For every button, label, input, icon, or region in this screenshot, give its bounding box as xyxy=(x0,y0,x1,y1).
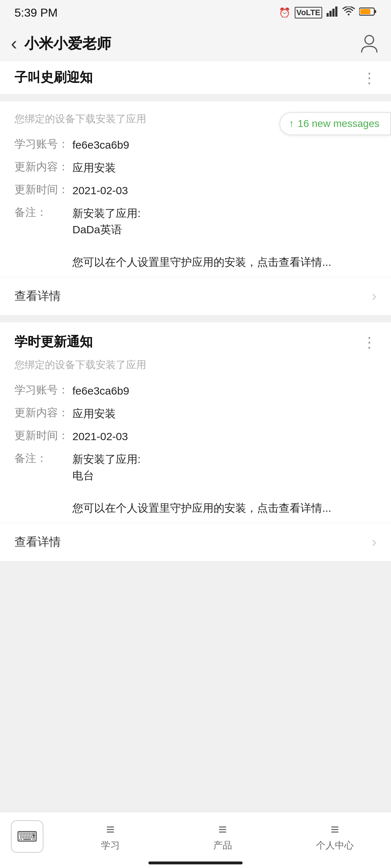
status-icons: ⏰ VoLTE xyxy=(279,7,377,19)
new-messages-text: 16 new messages xyxy=(298,118,379,129)
value-remark2: 新安装了应用: 电台 您可以在个人设置里守护应用的安装，点击查看详情... xyxy=(72,451,377,516)
chevron-right-icon-1: › xyxy=(372,288,377,304)
value-account2: fe6e3ca6b9 xyxy=(72,383,377,399)
content-area: 子叫史刷迎知 ⋮ ↑ 16 new messages 您绑定的设备下载安装了应用… xyxy=(0,61,391,626)
label-remark2: 备注： xyxy=(14,451,72,466)
value-update-time2: 2021-02-03 xyxy=(72,428,377,444)
notification-card-2: 学时更新通知 ⋮ 您绑定的设备下载安装了应用 学习账号： fe6e3ca6b9 … xyxy=(0,322,391,561)
partial-card-title: 子叫史刷迎知 xyxy=(14,69,93,86)
study-nav-label: 学习 xyxy=(101,839,120,852)
profile-nav-label: 个人中心 xyxy=(316,839,354,852)
label-account: 学习账号： xyxy=(14,137,72,152)
products-nav-label: 产品 xyxy=(213,839,232,852)
label-account2: 学习账号： xyxy=(14,383,72,397)
svg-rect-6 xyxy=(360,9,370,14)
svg-rect-2 xyxy=(332,9,335,17)
table-row: 更新内容： 应用安装 xyxy=(14,159,377,176)
view-detail-button-2[interactable]: 查看详情 › xyxy=(0,523,391,561)
back-button[interactable]: ‹ xyxy=(11,29,24,58)
page-title: 小米小爱老师 xyxy=(24,34,358,54)
bottom-nav: ⌨ ≡ 学习 ≡ 产品 ≡ 个人中心 xyxy=(0,812,391,868)
card2-header: 学时更新通知 ⋮ xyxy=(0,322,391,358)
label-update-content2: 更新内容： xyxy=(14,405,72,420)
svg-point-7 xyxy=(365,35,374,44)
keyboard-button[interactable]: ⌨ xyxy=(11,820,43,853)
table-row: 学习账号： fe6e3ca6b9 xyxy=(14,383,377,399)
table-row: 更新时间： 2021-02-03 xyxy=(14,428,377,444)
notification-card-1: ↑ 16 new messages 您绑定的设备下载安装了应用 学习账号： fe… xyxy=(0,101,391,315)
view-detail-label-2: 查看详情 xyxy=(14,534,61,550)
value-update-content2: 应用安装 xyxy=(72,405,377,422)
nav-item-profile[interactable]: ≡ 个人中心 xyxy=(279,821,391,852)
label-update-time2: 更新时间： xyxy=(14,428,72,443)
table-row: 备注： 新安装了应用: DaDa英语 您可以在个人设置里守护应用的安装，点击查看… xyxy=(14,205,377,270)
study-nav-icon: ≡ xyxy=(106,821,114,838)
svg-rect-1 xyxy=(329,11,332,17)
card2-info-table: 学习账号： fe6e3ca6b9 更新内容： 应用安装 更新时间： 2021-0… xyxy=(0,383,391,516)
partial-card-more-button[interactable]: ⋮ xyxy=(362,71,377,85)
nav-item-products[interactable]: ≡ 产品 xyxy=(167,821,279,852)
avatar-button[interactable] xyxy=(358,33,380,54)
card2-title: 学时更新通知 xyxy=(14,333,93,351)
nav-item-study[interactable]: ≡ 学习 xyxy=(54,821,167,852)
view-detail-button-1[interactable]: 查看详情 › xyxy=(0,277,391,315)
keyboard-icon: ⌨ xyxy=(17,828,38,845)
partial-notification-card: 子叫史刷迎知 ⋮ xyxy=(0,61,391,94)
value-update-time: 2021-02-03 xyxy=(72,182,377,199)
table-row: 更新内容： 应用安装 xyxy=(14,405,377,422)
value-update-content: 应用安装 xyxy=(72,159,377,176)
new-messages-badge[interactable]: ↑ 16 new messages xyxy=(279,112,391,135)
new-messages-up-icon: ↑ xyxy=(289,118,294,129)
svg-rect-3 xyxy=(335,7,337,17)
signal-icon xyxy=(327,7,338,19)
value-remark: 新安装了应用: DaDa英语 您可以在个人设置里守护应用的安装，点击查看详情..… xyxy=(72,205,377,270)
card2-more-button[interactable]: ⋮ xyxy=(362,335,377,349)
label-remark: 备注： xyxy=(14,205,72,220)
chevron-right-icon-2: › xyxy=(372,534,377,550)
wifi-icon xyxy=(342,7,355,19)
battery-icon xyxy=(359,7,377,19)
partial-card-header: 子叫史刷迎知 ⋮ xyxy=(0,61,391,92)
svg-rect-5 xyxy=(374,10,376,13)
table-row: 备注： 新安装了应用: 电台 您可以在个人设置里守护应用的安装，点击查看详情..… xyxy=(14,451,377,516)
products-nav-icon: ≡ xyxy=(218,821,227,838)
view-detail-label-1: 查看详情 xyxy=(14,288,61,304)
nav-bar: ‹ 小米小爱老师 xyxy=(0,25,391,61)
home-indicator xyxy=(148,861,243,864)
value-account: fe6e3ca6b9 xyxy=(72,137,377,153)
table-row: 学习账号： fe6e3ca6b9 xyxy=(14,137,377,153)
svg-rect-0 xyxy=(327,13,329,17)
status-time: 5:39 PM xyxy=(14,6,58,20)
card2-subtitle: 您绑定的设备下载安装了应用 xyxy=(0,358,391,383)
label-update-time: 更新时间： xyxy=(14,182,72,197)
label-update-content: 更新内容： xyxy=(14,159,72,174)
alarm-icon: ⏰ xyxy=(279,7,290,18)
card1-info-table: 学习账号： fe6e3ca6b9 更新内容： 应用安装 更新时间： 2021-0… xyxy=(0,137,391,270)
volte-icon: VoLTE xyxy=(295,7,322,18)
status-bar: 5:39 PM ⏰ VoLTE xyxy=(0,0,391,25)
profile-nav-icon: ≡ xyxy=(331,821,339,838)
table-row: 更新时间： 2021-02-03 xyxy=(14,182,377,199)
